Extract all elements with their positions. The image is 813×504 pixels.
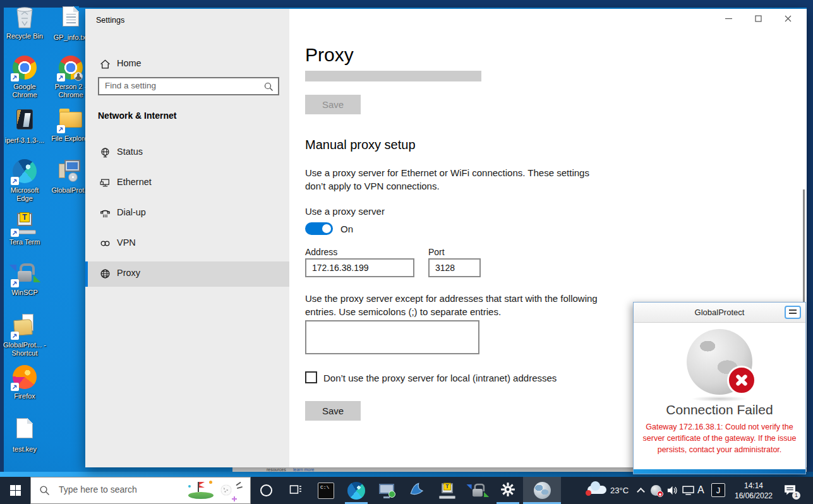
desktop-icon-winscp[interactable]: WinSCP [3, 261, 47, 297]
taskbar-settings-button[interactable] [493, 477, 523, 504]
exceptions-textarea[interactable] [305, 320, 479, 354]
taskbar-teraterm-button[interactable]: T [432, 477, 462, 504]
search-doodle-golf-icon[interactable] [188, 481, 243, 501]
ime-indicator[interactable]: J [711, 483, 725, 497]
clock-time: 14:14 [732, 481, 776, 491]
shortcut-arrow-icon [11, 73, 19, 81]
globalprotect-panel: GlobalProtect Connection Failed Gateway … [633, 302, 806, 474]
computer-monitor-icon [378, 483, 395, 499]
network-icon[interactable] [682, 486, 694, 498]
home-icon [100, 59, 111, 71]
connection-error-message: Gateway 172.16.38.1: Could not verify th… [642, 422, 797, 455]
maximize-button[interactable] [744, 9, 773, 28]
dialup-phone-icon [100, 208, 111, 220]
sidebar-item-label: Proxy [117, 268, 140, 278]
text-file-icon [63, 6, 79, 27]
edge-icon [347, 482, 365, 500]
taskbar-edge-button[interactable] [341, 477, 371, 504]
sidebar-item-proxy[interactable]: Proxy [85, 261, 289, 287]
status-globe-icon [100, 147, 111, 160]
taskbar-search-input[interactable]: Type here to search [30, 477, 251, 504]
shortcut-arrow-icon [11, 383, 19, 391]
port-label: Port [428, 247, 445, 257]
sidebar-section-heading: Network & Internet [98, 111, 176, 121]
volume-icon[interactable] [666, 485, 678, 498]
shortcut-arrow-icon [11, 279, 19, 287]
connection-status-heading: Connection Failed [634, 402, 805, 417]
desktop-icon-test-key[interactable]: test.key [3, 417, 47, 453]
notification-count-badge: 1 [792, 491, 800, 500]
sidebar-item-dial-up[interactable]: Dial-up [85, 201, 289, 226]
auto-proxy-save-button[interactable]: Save [305, 95, 361, 114]
sidebar-item-label: Ethernet [117, 177, 152, 187]
close-button[interactable] [773, 9, 803, 28]
globe-status-icon [687, 329, 752, 395]
window-title: Settings [96, 16, 124, 25]
exceptions-description: Use the proxy server except for addresse… [305, 292, 601, 318]
desktop-icon-recycle-bin[interactable]: Recycle Bin [3, 5, 47, 40]
panel-bottom-accent [634, 469, 805, 474]
desktop-icon-firefox[interactable]: Firefox [3, 365, 47, 400]
use-proxy-toggle[interactable] [305, 222, 333, 235]
start-button[interactable] [0, 477, 30, 504]
minimize-button[interactable] [714, 9, 744, 28]
settings-search-input[interactable]: Find a setting [98, 77, 279, 95]
taskbar-cmd-button[interactable]: C:\ [311, 477, 341, 504]
weather-cloud-icon[interactable] [587, 486, 606, 494]
proxy-globe-icon [100, 268, 111, 281]
task-view-button[interactable] [280, 477, 311, 504]
installer-icon [57, 159, 83, 183]
taskbar-globalprotect-button[interactable] [523, 477, 561, 504]
profile-avatar-icon [74, 72, 83, 81]
language-indicator[interactable]: A [697, 484, 704, 496]
manual-proxy-description: Use a proxy server for Ethernet or WiFi … [305, 167, 601, 193]
port-input[interactable]: 3128 [428, 258, 481, 277]
cortana-button[interactable] [251, 477, 281, 504]
intranet-checkbox[interactable] [305, 371, 317, 383]
temperature-label[interactable]: 23°C [610, 486, 629, 495]
shortcut-arrow-icon [11, 229, 19, 237]
shortcut-arrow-icon [57, 125, 65, 133]
search-placeholder: Type here to search [59, 484, 137, 495]
shortcut-arrow-icon [11, 332, 19, 340]
wireshark-fin-icon [409, 481, 425, 500]
taskbar: Type here to search C:\ T [0, 477, 813, 504]
tray-overflow-chevron-icon[interactable] [637, 488, 645, 496]
taskbar-remote-pc-button[interactable] [371, 477, 402, 504]
windows-logo-icon [10, 485, 21, 496]
address-label: Address [305, 247, 337, 257]
manual-proxy-heading: Manual proxy setup [305, 138, 416, 152]
desktop-icon-google-chrome[interactable]: Google Chrome [3, 56, 47, 99]
taskbar-clock[interactable]: 14:14 16/06/2022 [732, 481, 776, 501]
globalprotect-tray-icon[interactable] [651, 485, 661, 496]
sidebar-item-ethernet[interactable]: Ethernet [85, 171, 289, 196]
sidebar-item-label: Home [117, 58, 142, 68]
page-title: Proxy [305, 44, 354, 66]
sidebar-item-home[interactable]: Home [85, 52, 289, 77]
hamburger-icon [789, 309, 797, 315]
desktop-icon-microsoft-edge[interactable]: Microsoft Edge [3, 159, 47, 202]
task-view-icon [289, 483, 302, 498]
toggle-knob [322, 224, 331, 233]
screen: Recycle Bin Google Chrome iperf-3.1.3-..… [0, 0, 813, 504]
sidebar-item-label: VPN [117, 237, 136, 248]
manual-proxy-save-button[interactable]: Save [305, 401, 361, 421]
address-input[interactable]: 172.16.38.199 [305, 258, 414, 277]
taskbar-winscp-button[interactable] [462, 477, 493, 504]
winscp-lock-icon [469, 482, 486, 499]
search-placeholder: Find a setting [105, 81, 156, 90]
gear-icon [500, 481, 516, 500]
sidebar-item-status[interactable]: Status [85, 140, 289, 165]
globalprotect-header: GlobalProtect [634, 303, 805, 323]
desktop-icon-globalprotect-shortcut[interactable]: GlobalProt... - Shortcut [3, 314, 47, 357]
desktop-icon-iperf[interactable]: iperf-3.1.3-... [3, 107, 47, 145]
use-proxy-label: Use a proxy server [305, 206, 385, 217]
desktop-icon-tera-term[interactable]: T Tera Term [3, 211, 47, 246]
sidebar-item-label: Status [117, 147, 143, 157]
hamburger-menu-button[interactable] [785, 306, 801, 319]
toggle-state-label: On [340, 224, 353, 234]
sidebar-item-vpn[interactable]: VPN [85, 231, 289, 256]
command-prompt-icon: C:\ [318, 483, 334, 499]
recycle-bin-icon [14, 23, 35, 30]
taskbar-wireshark-button[interactable] [402, 477, 432, 504]
